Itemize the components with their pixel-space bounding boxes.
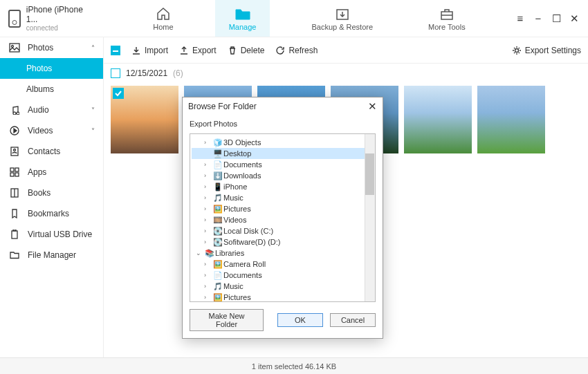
export-settings-button[interactable]: Export Settings bbox=[512, 46, 581, 55]
folder3d-icon: 🧊 bbox=[212, 138, 223, 147]
usb-icon bbox=[8, 230, 21, 239]
svg-rect-9 bbox=[10, 173, 14, 176]
photo-thumb[interactable] bbox=[111, 86, 178, 153]
tree-item-libraries[interactable]: ⌄📚Libraries bbox=[192, 247, 374, 259]
tree-item-desktop[interactable]: 🖥️Desktop bbox=[192, 148, 374, 159]
ok-button[interactable]: OK bbox=[277, 313, 323, 327]
sidebar-label: Bookmarks bbox=[28, 209, 69, 218]
device-info[interactable]: iPhone (iPhone 1... connected bbox=[0, 5, 104, 32]
phone-icon bbox=[8, 10, 21, 28]
sidebar-item-usb[interactable]: Virtual USB Drive bbox=[0, 224, 103, 245]
sidebar-item-filemanager[interactable]: File Manager bbox=[0, 245, 103, 265]
nav-manage-label: Manage bbox=[229, 23, 257, 31]
refresh-button[interactable]: Refresh bbox=[275, 46, 318, 55]
sidebar-sub-albums[interactable]: Albums bbox=[0, 79, 103, 100]
nav-tools-label: More Tools bbox=[428, 23, 466, 31]
image-icon bbox=[8, 43, 21, 53]
sidebar-item-contacts[interactable]: Contacts bbox=[0, 141, 103, 162]
cancel-button[interactable]: Cancel bbox=[330, 313, 376, 327]
tree-item-music2[interactable]: ›🎵Music bbox=[192, 281, 374, 292]
scrollbar-thumb[interactable] bbox=[365, 153, 374, 195]
sidebar-item-bookmarks[interactable]: Bookmarks bbox=[0, 203, 103, 224]
pictures-icon: 🖼️ bbox=[212, 205, 223, 214]
sidebar-label: Contacts bbox=[28, 147, 60, 156]
make-new-folder-button[interactable]: Make New Folder bbox=[190, 309, 264, 331]
sidebar-label: Photos bbox=[28, 43, 53, 53]
nav-tools[interactable]: More Tools bbox=[414, 0, 479, 37]
status-bar: 1 item selected 46.14 KB bbox=[0, 357, 588, 374]
sidebar-item-videos[interactable]: Videos ˅ bbox=[0, 120, 103, 141]
phone-small-icon: 📱 bbox=[212, 183, 223, 191]
gear-icon bbox=[512, 46, 522, 55]
folder-tree[interactable]: ›🧊3D Objects 🖥️Desktop ›📄Documents ›⬇️Do… bbox=[190, 133, 376, 302]
maximize-button[interactable]: ☐ bbox=[551, 12, 562, 25]
tree-item-iphone[interactable]: ›📱iPhone bbox=[192, 181, 374, 192]
sidebar-sub-photos[interactable]: Photos bbox=[0, 58, 103, 79]
import-button[interactable]: Import bbox=[131, 46, 168, 55]
book-icon bbox=[8, 188, 21, 198]
camera-icon: 🖼️ bbox=[212, 260, 223, 269]
tree-item-softd[interactable]: ›💽Sofitware(D) (D:) bbox=[192, 236, 374, 247]
svg-rect-8 bbox=[15, 168, 19, 171]
sidebar-item-photos[interactable]: Photos ˄ bbox=[0, 37, 103, 58]
chevron-up-icon: ˄ bbox=[91, 44, 95, 52]
svg-point-14 bbox=[515, 48, 518, 52]
svg-rect-12 bbox=[12, 231, 17, 239]
tree-item-videos[interactable]: ›🎞️Videos bbox=[192, 214, 374, 225]
sidebar-item-books[interactable]: Books bbox=[0, 183, 103, 203]
sidebar-item-apps[interactable]: Apps bbox=[0, 162, 103, 183]
svg-point-6 bbox=[14, 149, 16, 151]
group-checkbox[interactable] bbox=[111, 68, 120, 78]
delete-button[interactable]: Delete bbox=[228, 46, 265, 55]
refresh-icon bbox=[275, 46, 285, 55]
apps-icon bbox=[8, 167, 21, 177]
tree-item-pictures[interactable]: ›🖼️Pictures bbox=[192, 203, 374, 214]
hamburger-icon[interactable]: ≡ bbox=[515, 12, 526, 24]
chevron-down-icon: ˅ bbox=[91, 106, 95, 114]
dialog-title: Browse For Folder bbox=[188, 102, 257, 111]
minimize-button[interactable]: − bbox=[533, 12, 544, 24]
tree-item-music[interactable]: ›🎵Music bbox=[192, 192, 374, 203]
tree-item-downloads[interactable]: ›⬇️Downloads bbox=[192, 170, 374, 181]
sidebar-label: Virtual USB Drive bbox=[28, 230, 92, 239]
select-all-checkbox[interactable] bbox=[111, 46, 120, 55]
play-icon bbox=[8, 126, 21, 135]
downloads-icon: ⬇️ bbox=[212, 171, 223, 180]
nav-backup-label: Backup & Restore bbox=[311, 23, 373, 31]
libraries-icon: 📚 bbox=[204, 249, 215, 258]
nav-manage[interactable]: Manage bbox=[215, 0, 270, 37]
tree-item-3dobjects[interactable]: ›🧊3D Objects bbox=[192, 137, 374, 148]
close-button[interactable]: ✕ bbox=[569, 12, 580, 25]
tree-item-pictures2[interactable]: ›🖼️Pictures bbox=[192, 292, 374, 302]
desktop-icon: 🖥️ bbox=[212, 149, 223, 158]
group-count: (6) bbox=[173, 68, 183, 78]
sidebar-label: Books bbox=[28, 188, 50, 198]
chevron-down-icon: ˅ bbox=[91, 127, 95, 135]
tree-item-localc[interactable]: ›💽Local Disk (C:) bbox=[192, 225, 374, 236]
export-button[interactable]: Export bbox=[179, 46, 217, 55]
sidebar-label: Audio bbox=[28, 105, 49, 115]
backup-icon bbox=[335, 6, 350, 21]
dialog-close-button[interactable]: ✕ bbox=[368, 100, 377, 113]
group-date: 12/15/2021 bbox=[126, 68, 167, 78]
svg-rect-10 bbox=[15, 173, 19, 176]
music-icon bbox=[8, 105, 21, 115]
nav-home[interactable]: Home bbox=[139, 0, 187, 37]
tree-item-documents2[interactable]: ›📄Documents bbox=[192, 270, 374, 281]
pictures-icon: 🖼️ bbox=[212, 293, 223, 302]
music-small-icon: 🎵 bbox=[212, 194, 223, 203]
photo-thumb[interactable] bbox=[404, 86, 472, 153]
tree-scrollbar[interactable] bbox=[365, 134, 375, 301]
bookmark-icon bbox=[8, 209, 21, 218]
sidebar-label: File Manager bbox=[28, 250, 76, 260]
export-icon bbox=[179, 46, 189, 55]
tree-item-documents[interactable]: ›📄Documents bbox=[192, 159, 374, 170]
browse-folder-dialog: Browse For Folder ✕ Export Photos ›🧊3D O… bbox=[182, 97, 383, 339]
device-status: connected bbox=[26, 24, 95, 32]
tree-item-cameraroll[interactable]: ›🖼️Camera Roll bbox=[192, 259, 374, 270]
sidebar-item-audio[interactable]: Audio ˅ bbox=[0, 100, 103, 120]
photo-thumb[interactable] bbox=[477, 86, 545, 153]
videos-icon: 🎞️ bbox=[212, 216, 223, 225]
nav-backup[interactable]: Backup & Restore bbox=[297, 0, 387, 37]
device-name: iPhone (iPhone 1... bbox=[26, 5, 95, 24]
